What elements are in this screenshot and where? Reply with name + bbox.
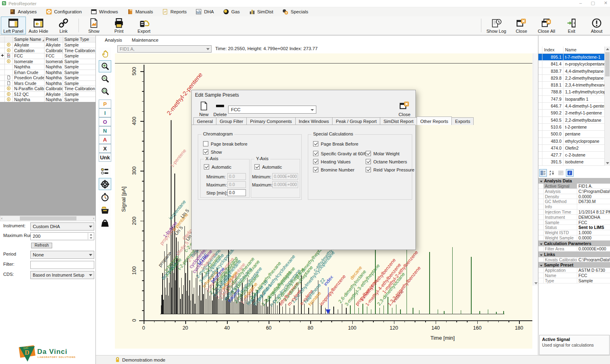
refresh-button[interactable]: Refresh (31, 243, 52, 248)
menu-item-specials[interactable]: Specials (277, 8, 312, 16)
instrument-select[interactable]: Custom DHA (30, 222, 94, 231)
index-table-scrollbar[interactable] (604, 47, 610, 166)
delete-preset-button[interactable]: Delete (211, 101, 229, 117)
special-calc-octane-numbers[interactable]: Octane Numbers (366, 159, 407, 164)
exit-button[interactable]: Exit (559, 17, 584, 34)
show-checkbox[interactable]: Show (203, 149, 222, 154)
filter-input[interactable] (30, 261, 94, 269)
property-row[interactable]: Info (538, 204, 610, 210)
special-calc-page-break-before[interactable]: Page Break Before (313, 141, 358, 146)
index-row[interactable]: 747.9Isoparaffin 1 (538, 96, 610, 103)
page-break-before-checkbox[interactable]: Page break before (203, 141, 248, 146)
sample-row[interactable]: N-Paraffin CalibCalibrationTime Calibrat… (0, 86, 95, 92)
tab-maintenance[interactable]: Maintenance (128, 36, 163, 44)
zoom-out-tool[interactable] (99, 73, 111, 85)
index-row[interactable]: 391.5isobutene (538, 159, 610, 165)
index-row[interactable]: 646.74,4-dimethyl-1-pentene (538, 103, 610, 110)
y-automatic-checkbox[interactable]: Automatic (254, 164, 282, 169)
categorize-button[interactable] (539, 169, 547, 177)
show-log-button[interactable]: Show Log (484, 17, 509, 34)
x-automatic-checkbox[interactable]: Automatic (204, 164, 231, 169)
preset-select[interactable]: FCC (228, 106, 316, 114)
index-row[interactable]: 838.74,4-dimethylheptane (538, 68, 610, 75)
property-section-links[interactable]: Links (538, 252, 610, 257)
index-row[interactable]: 841.4n-propylcyclopentane (538, 61, 610, 68)
weight-tool[interactable] (99, 217, 111, 229)
property-row[interactable]: SampleFCC (538, 220, 610, 225)
special-calc-molar-weight[interactable]: Molar Weight (366, 151, 400, 156)
link-button[interactable]: Link (51, 17, 76, 34)
zoom-in-tool[interactable] (99, 60, 111, 72)
new-preset-button[interactable]: New (195, 101, 213, 117)
peak-list-tool[interactable] (99, 165, 111, 177)
y-maximum-field[interactable]: 0.000E+000 (272, 181, 298, 188)
sample-table-hscrollbar[interactable]: ‹› (0, 216, 95, 221)
index-row[interactable]: 427.7c-2-butene (538, 152, 610, 159)
special-calc-specific-gravity-at-60-60[interactable]: Specific Gravity at 60/60 (313, 151, 369, 156)
sample-row[interactable]: IsomerateIsomerateSample (0, 59, 95, 65)
sort-alphabetical-button[interactable]: AZ (548, 169, 556, 177)
close-all-button[interactable]: Close All (534, 17, 559, 34)
show-button[interactable]: Show (81, 17, 106, 34)
class-button-n[interactable]: N (99, 126, 111, 135)
x-maximum-field[interactable]: 0.0 (227, 181, 246, 188)
property-pages-button[interactable] (557, 169, 565, 177)
dialog-tab-exports[interactable]: Exports (451, 117, 474, 125)
index-row[interactable]: 483.0ethylcyclopropane (538, 138, 610, 145)
property-row[interactable]: NameFCC (538, 273, 610, 278)
class-button-x[interactable]: X (99, 144, 111, 153)
auto-hide-button[interactable]: Auto Hide (26, 17, 51, 34)
zoom-fit-tool[interactable] (99, 85, 111, 97)
property-row[interactable]: ApplicationASTM D 6730 (538, 268, 610, 273)
cds-select[interactable]: Based on Instrument Setup (30, 271, 94, 279)
property-row[interactable]: AnalysisC:\ProgramData\Da Vin (538, 189, 610, 194)
index-row[interactable]: 474.0Olefin2 (538, 145, 610, 152)
index-row[interactable]: 818.12,3,4-trimethylhexane (538, 82, 610, 89)
print-button[interactable]: Print (106, 17, 131, 34)
export-button[interactable]: Export (131, 17, 157, 34)
timer-tool[interactable] (99, 191, 111, 203)
sample-row[interactable]: FCCFCCSample (0, 53, 95, 59)
menu-item-windows[interactable]: Windows (86, 8, 123, 16)
sample-row[interactable]: Posedion CrudeNaphthaSample (0, 75, 95, 81)
pan-tool[interactable] (99, 48, 111, 60)
description-button[interactable]: i (566, 169, 574, 177)
menu-item-analyses[interactable]: Analyses (5, 8, 41, 16)
index-row[interactable]: 788.81,1-ethylmethylcyclopenta (538, 89, 610, 95)
class-button-p[interactable]: P (99, 99, 111, 108)
property-row[interactable]: Injection Time1/1/2014 8:12 PM (538, 210, 610, 215)
property-row[interactable]: InstrumentDEMODHA (538, 215, 610, 220)
property-section-sample-preset[interactable]: Sample Preset (538, 262, 610, 268)
class-button-unk[interactable]: Unk (99, 153, 111, 162)
sample-row[interactable]: AlkylateAlkylateSample (0, 42, 95, 48)
property-row[interactable]: Filter Area0.00000E+000 (538, 246, 610, 252)
special-calc-heating-values[interactable]: Heating Values (313, 159, 351, 164)
index-row[interactable]: 829.82,2-dimethylheptane (538, 75, 610, 82)
menu-item-reports[interactable]: Reports (157, 8, 191, 16)
spinner[interactable] (88, 233, 93, 239)
sample-row[interactable]: Mars CrudeNaphthaSample (0, 81, 95, 87)
menu-item-gas[interactable]: Gas (218, 8, 244, 16)
target-tool[interactable] (99, 178, 111, 190)
property-row[interactable]: Weight ISTD1.0000 (538, 230, 610, 235)
maximize-button[interactable]: ▢ (591, 0, 595, 6)
property-row[interactable]: GC MethodD6730.M (538, 199, 610, 204)
sample-row[interactable]: CalibrationCalibrationTime Calibration (0, 48, 95, 54)
dialog-tab-simdist-report[interactable]: SimDist Report (380, 117, 417, 125)
special-calc-bromine-number[interactable]: Bromine Number (313, 167, 354, 172)
property-row[interactable]: Density0.0000 (538, 194, 610, 199)
max-runs-input[interactable]: 200 (30, 232, 94, 240)
index-row[interactable]: 895.1t-7-methyloctene-1 (538, 54, 610, 61)
property-row[interactable]: Kovats CalibratioC:\ProgramData\Da Vin (538, 257, 610, 262)
signal-select[interactable]: FID1 A, (117, 45, 212, 53)
property-row[interactable]: TypeSample (538, 278, 610, 284)
property-row[interactable]: Active SignalFID1 A. (538, 184, 610, 189)
dialog-tab-index-windows[interactable]: Index Windows (295, 117, 333, 125)
x-minimum-field[interactable]: 0.0 (227, 173, 246, 180)
property-section-calculation-parameters[interactable]: Calculation Parameters (538, 241, 610, 246)
left-panel-button[interactable]: Left Panel (1, 17, 26, 34)
menu-item-configuration[interactable]: Configuration (41, 8, 86, 16)
dialog-tab-general[interactable]: General (193, 117, 216, 125)
property-row[interactable]: Weight Sample0.0000 (538, 235, 610, 241)
minimize-button[interactable]: – (579, 0, 582, 6)
